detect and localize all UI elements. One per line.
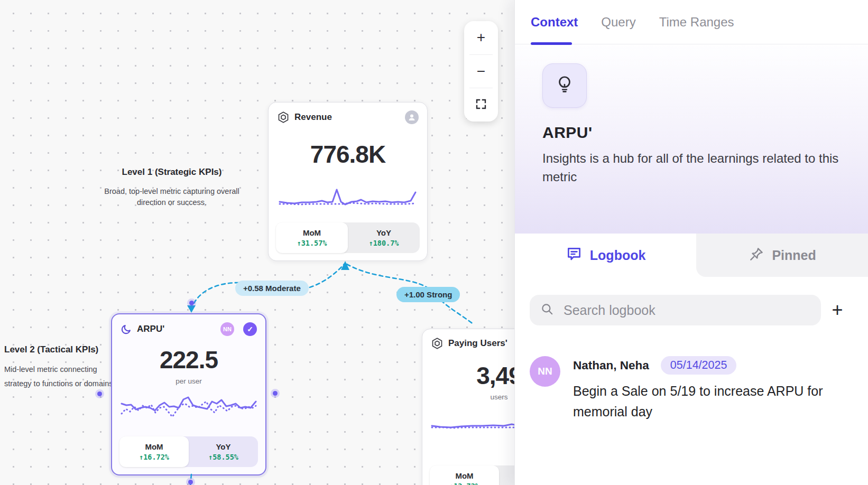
tab-pinned[interactable]: Pinned: [696, 234, 868, 277]
mom-toggle[interactable]: MoM ↑12.72%: [430, 465, 499, 485]
yoy-toggle[interactable]: YoY ↑180.7%: [348, 222, 420, 253]
hexagon-node-icon: [277, 111, 290, 124]
tab-query[interactable]: Query: [601, 15, 635, 30]
tab-logbook[interactable]: Logbook: [515, 234, 696, 277]
zoom-in-button[interactable]: +: [464, 21, 498, 54]
search-icon: [540, 302, 554, 318]
panel-tab-bar: Context Query Time Ranges: [515, 0, 868, 44]
fullscreen-icon: [475, 97, 487, 114]
hexagon-node-icon: [431, 337, 444, 350]
metric-tree-canvas[interactable]: Level 1 (Strategic KPIs) Broad, top-leve…: [0, 0, 514, 485]
metric-value: 222.5: [112, 346, 265, 374]
fit-view-button[interactable]: [464, 88, 498, 122]
logbook-icon: [566, 246, 583, 265]
pushpin-icon: [749, 246, 764, 264]
edge-label-strong[interactable]: +1.00 Strong: [396, 287, 460, 302]
entry-avatar: NN: [530, 356, 560, 387]
search-input[interactable]: [562, 302, 810, 319]
arrowhead-into-revenue: [341, 261, 349, 270]
mom-toggle[interactable]: MoM ↑16.72%: [119, 436, 189, 467]
metric-card-arpu[interactable]: ARPU' NN ✓ 222.5 per user MoM ↑16.72% Yo…: [111, 313, 266, 475]
entry-date-badge: 05/14/2025: [661, 356, 737, 375]
insight-tile: [542, 63, 587, 108]
card-title: Paying Users': [448, 338, 507, 349]
handle-arpu-left[interactable]: [97, 391, 102, 396]
entry-note: Begin a Sale on 5/19 to increase ARPU fo…: [573, 381, 840, 422]
canvas-zoom-toolbar: + −: [464, 21, 498, 122]
panel-metric-title: ARPU': [542, 124, 841, 142]
arrowhead-into-arpu: [187, 305, 196, 313]
level1-title: Level 1 (Strategic KPIs): [98, 167, 246, 178]
mom-yoy-switch: MoM ↑16.72% YoY ↑58.55%: [119, 436, 258, 467]
crescent-moon-icon: [121, 323, 132, 335]
handle-arpu-bottom[interactable]: [188, 480, 193, 484]
add-logbook-entry-button[interactable]: +: [821, 301, 854, 320]
card-title: Revenue: [294, 112, 332, 123]
level1-description: Broad, top-level metric capturing overal…: [98, 186, 246, 208]
active-tab-underline: [531, 42, 572, 45]
yoy-toggle[interactable]: YoY ↑58.55%: [189, 436, 258, 467]
panel-metric-description: Insights is a hub for all of the learnin…: [542, 149, 841, 186]
lightbulb-icon: [555, 74, 575, 97]
handle-arpu-top[interactable]: [189, 301, 194, 305]
handle-arpu-right[interactable]: [273, 391, 278, 396]
metric-unit: per user: [112, 377, 265, 385]
mom-toggle[interactable]: MoM ↑31.57%: [276, 222, 348, 253]
context-panel: Context Query Time Ranges ARPU' Insights…: [514, 0, 868, 485]
assignee-avatar[interactable]: NN: [220, 322, 234, 336]
owner-avatar[interactable]: [405, 110, 419, 124]
zoom-out-button[interactable]: −: [464, 55, 498, 88]
metric-card-revenue[interactable]: Revenue 776.8K MoM ↑31.57% Yo: [268, 102, 428, 261]
level1-annotation: Level 1 (Strategic KPIs) Broad, top-leve…: [98, 167, 246, 208]
tab-time-ranges[interactable]: Time Ranges: [659, 15, 734, 30]
logbook-entry[interactable]: NN Nathan, Neha 05/14/2025 Begin a Sale …: [530, 356, 854, 422]
logbook-pinned-tabs: Logbook Pinned: [515, 234, 868, 277]
logbook-search[interactable]: [530, 295, 821, 325]
verified-badge: ✓: [243, 322, 257, 336]
metric-context-header: ARPU' Insights is a hub for all of the l…: [515, 44, 868, 234]
metric-value: 776.8K: [269, 140, 427, 169]
mom-yoy-switch: MoM ↑31.57% YoY ↑180.7%: [276, 222, 420, 253]
logbook-content: + NN Nathan, Neha 05/14/2025 Begin a Sal…: [515, 277, 868, 485]
tab-context[interactable]: Context: [531, 15, 578, 30]
entry-author: Nathan, Neha: [573, 359, 649, 372]
app-window: Level 1 (Strategic KPIs) Broad, top-leve…: [0, 0, 868, 485]
edge-label-moderate[interactable]: +0.58 Moderate: [235, 281, 309, 296]
sparkline: [278, 185, 418, 210]
sparkline: [119, 391, 258, 424]
card-title: ARPU': [137, 324, 164, 334]
